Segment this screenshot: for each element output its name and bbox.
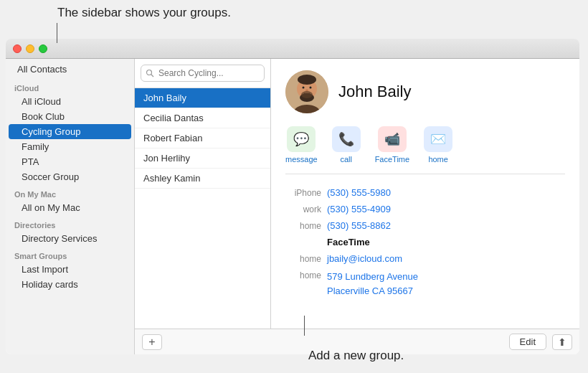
field-label: home: [285, 270, 321, 280]
contact-list: John BailyCecilia DantasRobert FabianJon…: [135, 88, 270, 354]
home-label: home: [428, 155, 448, 164]
field-value[interactable]: (530) 555-5980: [327, 187, 391, 198]
sidebar-section-icloud: iCloud: [6, 78, 134, 94]
contact-name: John Baily: [338, 82, 412, 101]
edit-button[interactable]: Edit: [509, 334, 546, 350]
message-icon: 💬: [287, 126, 316, 152]
field-value[interactable]: (530) 555-8862: [327, 220, 391, 231]
facetime-icon: 📹: [378, 126, 407, 152]
action-button-facetime[interactable]: 📹FaceTime: [375, 126, 410, 164]
contact-header: John Baily: [285, 70, 565, 113]
action-button-call[interactable]: 📞call: [332, 126, 361, 164]
sidebar-item-soccer-group[interactable]: Soccer Group: [9, 169, 131, 184]
sidebar-item-pta[interactable]: PTA: [9, 154, 131, 169]
share-button[interactable]: ⬆: [552, 334, 572, 350]
svg-point-4: [298, 75, 316, 85]
search-input[interactable]: [141, 65, 265, 82]
field-value[interactable]: 579 Lundberg Avenue Placerville CA 95667: [327, 270, 418, 298]
window-body: All Contacts iCloudAll iCloudBook ClubCy…: [6, 59, 579, 354]
sidebar-section-on-my-mac: On My Mac: [6, 184, 134, 200]
svg-point-6: [310, 87, 312, 89]
contact-item-john-baily[interactable]: John Baily: [135, 88, 270, 108]
sidebar-item-holiday-cards[interactable]: Holiday cards: [9, 277, 131, 292]
field-row: home579 Lundberg Avenue Placerville CA 9…: [285, 270, 565, 298]
svg-point-8: [301, 91, 313, 98]
field-label: home: [285, 220, 321, 231]
sidebar-section-smart-groups: Smart Groups: [6, 246, 134, 262]
contact-fields: iPhone(530) 555-5980work(530) 555-4909ho…: [285, 187, 565, 303]
sidebar-item-directory-services[interactable]: Directory Services: [9, 231, 131, 246]
call-label: call: [340, 155, 352, 164]
callout-bottom-text: Add a new group.: [308, 349, 404, 363]
sidebar-item-cycling-group[interactable]: Cycling Group: [9, 124, 131, 139]
action-button-home[interactable]: ✉️home: [424, 126, 452, 164]
add-group-button[interactable]: +: [142, 334, 162, 350]
field-label: home: [285, 253, 321, 264]
field-row: FaceTime: [327, 237, 565, 247]
action-button-message[interactable]: 💬message: [285, 126, 318, 164]
sidebar-section-directories: Directories: [6, 215, 134, 231]
field-row: iPhone(530) 555-5980: [285, 187, 565, 198]
sidebar-item-all-contacts[interactable]: All Contacts: [9, 62, 131, 77]
field-value[interactable]: jbaily@icloud.com: [327, 253, 402, 264]
avatar: [285, 70, 328, 113]
field-value: FaceTime: [327, 237, 370, 247]
right-actions: Edit ⬆: [509, 334, 572, 350]
sidebar-item-all-on-my-mac[interactable]: All on My Mac: [9, 200, 131, 215]
field-label: work: [285, 204, 321, 214]
contacts-panel: John BailyCecilia DantasRobert FabianJon…: [135, 59, 271, 354]
callout-top-text: The sidebar shows your groups.: [57, 6, 231, 20]
message-label: message: [285, 155, 318, 164]
svg-point-5: [303, 87, 305, 89]
contact-item-jon-herlihy[interactable]: Jon Herlihy: [135, 148, 270, 169]
field-label: iPhone: [285, 187, 321, 198]
callout-bottom-line: [304, 316, 305, 336]
detail-panel: John Baily 💬message📞call📹FaceTime✉️home …: [271, 59, 579, 354]
field-value[interactable]: (530) 555-4909: [327, 204, 391, 214]
contact-item-robert-fabian[interactable]: Robert Fabian: [135, 128, 270, 148]
close-button[interactable]: [13, 44, 22, 53]
callout-top-line: [57, 23, 57, 43]
traffic-lights: [13, 44, 47, 53]
field-row: work(530) 555-4909: [285, 204, 565, 214]
home-icon: ✉️: [424, 126, 452, 152]
action-buttons: 💬message📞call📹FaceTime✉️home: [285, 126, 565, 174]
minimize-button[interactable]: [26, 44, 34, 53]
call-icon: 📞: [332, 126, 361, 152]
contact-item-cecilia-dantas[interactable]: Cecilia Dantas: [135, 108, 270, 128]
field-row: home(530) 555-8862: [285, 220, 565, 231]
facetime-label: FaceTime: [375, 155, 410, 164]
fullscreen-button[interactable]: [39, 44, 47, 53]
titlebar: [6, 39, 579, 59]
sidebar-item-all-icloud[interactable]: All iCloud: [9, 94, 131, 109]
sidebar-item-book-club[interactable]: Book Club: [9, 109, 131, 124]
sidebar-item-family[interactable]: Family: [9, 139, 131, 154]
sidebar-item-last-import[interactable]: Last Import: [9, 262, 131, 277]
contact-item-ashley-kamin[interactable]: Ashley Kamin: [135, 169, 270, 189]
sidebar: All Contacts iCloudAll iCloudBook ClubCy…: [6, 59, 135, 354]
search-bar: [135, 59, 270, 88]
field-row: homejbaily@icloud.com: [285, 253, 565, 264]
